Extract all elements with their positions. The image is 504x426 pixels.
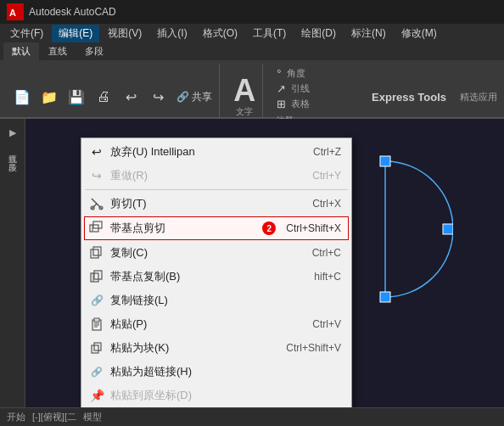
svg-rect-5 (443, 224, 453, 234)
copy-label: 复制(C) (110, 245, 307, 261)
menu-modify[interactable]: 修改(M) (395, 25, 444, 42)
menu-paste-item[interactable]: 粘贴(P) Ctrl+V (81, 312, 351, 336)
main-area: ▶ 直线 多段 ↩ 放弃(U) Intellipan Ctrl+ (0, 119, 504, 407)
paste-icon (88, 316, 105, 333)
tab-line[interactable]: 直线 (40, 42, 76, 60)
canvas-area[interactable]: ↩ 放弃(U) Intellipan Ctrl+Z ↪ 重做(R) Ctrl+Y (25, 119, 504, 407)
basecut-label: 带基点剪切 (110, 221, 252, 236)
basecopy-shortcut: hift+C (314, 271, 341, 283)
citation-icon[interactable]: ↗ (277, 82, 286, 95)
pastehyperlink-label: 粘贴为超链接(H) (110, 364, 341, 379)
text-group-label: 文字 (236, 106, 253, 118)
sep-1 (85, 189, 348, 190)
status-view[interactable]: [-][俯视][二 (32, 411, 76, 423)
undo-shortcut: Ctrl+Z (313, 146, 341, 158)
redo-shortcut: Ctrl+Y (312, 170, 341, 182)
copy-shortcut: Ctrl+C (312, 247, 341, 259)
angle-icon[interactable]: ° (277, 67, 281, 80)
svg-rect-13 (91, 249, 98, 258)
pastecoords-label: 粘贴到原坐标(D) (110, 388, 341, 403)
menu-redo-item[interactable]: ↪ 重做(R) Ctrl+Y (81, 164, 351, 188)
copylink-label: 复制链接(L) (110, 293, 341, 308)
table-label: 表格 (291, 98, 310, 110)
ribbon-area: 默认 直线 多段 📄 📁 💾 🖨 ↩ ↪ 🔗 共享 A 文字 ° (0, 42, 504, 119)
menu-tools[interactable]: 工具(T) (246, 25, 293, 42)
menu-insert[interactable]: 插入(I) (150, 25, 193, 42)
status-bar: 开始 [-][俯视][二 模型 (0, 407, 504, 426)
menu-undo-item[interactable]: ↩ 放弃(U) Intellipan Ctrl+Z (81, 140, 351, 164)
sidebar-label-line: 直线 (5, 144, 20, 151)
undo-icon: ↩ (88, 143, 105, 160)
cut-label: 剪切(T) (110, 196, 307, 211)
text-icon[interactable]: A (233, 76, 255, 106)
title-text: Autodesk AutoCAD (29, 6, 116, 18)
svg-text:A: A (9, 8, 16, 18)
basecut-shortcut: Ctrl+Shift+X (286, 222, 341, 234)
ribbon-tabs: 默认 直线 多段 (0, 42, 504, 60)
share-label: 共享 (192, 91, 212, 103)
pastehyperlink-icon: 🔗 (88, 363, 105, 380)
paste-label: 粘贴(P) (110, 317, 307, 332)
cut-shortcut: Ctrl+X (312, 198, 341, 210)
tab-polyline[interactable]: 多段 (76, 42, 112, 60)
redo-label: 重做(R) (110, 168, 307, 183)
menu-basecut-item[interactable]: 带基点剪切 2 Ctrl+Shift+X (84, 216, 349, 240)
undo-label: 放弃(U) Intellipan (110, 144, 308, 160)
menu-format[interactable]: 格式(O) (196, 25, 244, 42)
pasteblock-shortcut: Ctrl+Shift+V (286, 342, 341, 354)
svg-rect-4 (380, 292, 390, 302)
basecopy-icon (88, 268, 105, 285)
sidebar-label-poly: 多段 (5, 153, 20, 160)
basecut-icon (88, 220, 105, 237)
menu-file[interactable]: 文件(F) (3, 25, 50, 42)
toolbar-open[interactable]: 📁 (37, 85, 61, 109)
share-button[interactable]: 🔗 共享 (173, 90, 216, 104)
basecut-badge: 2 (262, 221, 276, 235)
menu-basecopy-item[interactable]: 带基点复制(B) hift+C (81, 265, 351, 289)
menu-view[interactable]: 视图(V) (101, 25, 148, 42)
menu-pastecoords-item[interactable]: 📌 粘贴到原坐标(D) (81, 384, 351, 407)
pasteblock-icon (88, 339, 105, 356)
menu-copy-item[interactable]: 复制(C) Ctrl+C (81, 241, 351, 265)
express-tools-label[interactable]: Express Tools (365, 87, 453, 107)
pasteblock-label: 粘贴为块(K) (110, 340, 281, 356)
toolbar-redo[interactable]: ↪ (146, 85, 170, 109)
menu-dimension[interactable]: 标注(N) (344, 25, 393, 42)
svg-rect-19 (94, 318, 99, 322)
tab-default[interactable]: 默认 (3, 42, 39, 60)
menu-copylink-item[interactable]: 🔗 复制链接(L) (81, 289, 351, 312)
dropdown-menu: ↩ 放弃(U) Intellipan Ctrl+Z ↪ 重做(R) Ctrl+Y (81, 137, 352, 407)
toolbar-new[interactable]: 📄 (10, 85, 34, 109)
svg-rect-23 (92, 345, 98, 353)
svg-rect-24 (94, 343, 101, 350)
redo-icon: ↪ (88, 167, 105, 184)
menu-pastehyperlink-item[interactable]: 🔗 粘贴为超链接(H) (81, 360, 351, 384)
menu-cut-item[interactable]: 剪切(T) Ctrl+X (81, 192, 351, 216)
status-start[interactable]: 开始 (7, 411, 25, 423)
pastecoords-icon: 📌 (88, 387, 105, 404)
copylink-icon: 🔗 (88, 292, 105, 309)
status-model[interactable]: 模型 (83, 411, 102, 423)
cad-logo: A (7, 3, 24, 20)
menu-draw[interactable]: 绘图(D) (294, 25, 343, 42)
basecopy-label: 带基点复制(B) (110, 269, 309, 284)
svg-rect-3 (380, 156, 390, 166)
toolbar-print[interactable]: 🖨 (92, 85, 115, 109)
toolbar-save[interactable]: 💾 (64, 85, 88, 109)
left-sidebar: ▶ 直线 多段 (0, 119, 25, 407)
copy-icon (88, 244, 105, 261)
cut-icon (88, 195, 105, 212)
toolbar-undo[interactable]: ↩ (119, 85, 143, 109)
menu-edit[interactable]: 编辑(E) (52, 25, 99, 42)
citation-label: 引线 (291, 82, 310, 95)
title-bar: A Autodesk AutoCAD (0, 0, 504, 24)
svg-rect-14 (93, 247, 101, 255)
table-icon[interactable]: ⊞ (277, 98, 286, 110)
menu-pasteblock-item[interactable]: 粘贴为块(K) Ctrl+Shift+V (81, 336, 351, 360)
paste-shortcut: Ctrl+V (312, 318, 341, 330)
angle-label: 角度 (287, 67, 305, 80)
menu-bar: 文件(F) 编辑(E) 视图(V) 插入(I) 格式(O) 工具(T) 绘图(D… (0, 24, 504, 42)
fine-apply-label[interactable]: 精选应用 (460, 91, 497, 104)
sidebar-btn-1[interactable]: ▶ (3, 122, 23, 143)
